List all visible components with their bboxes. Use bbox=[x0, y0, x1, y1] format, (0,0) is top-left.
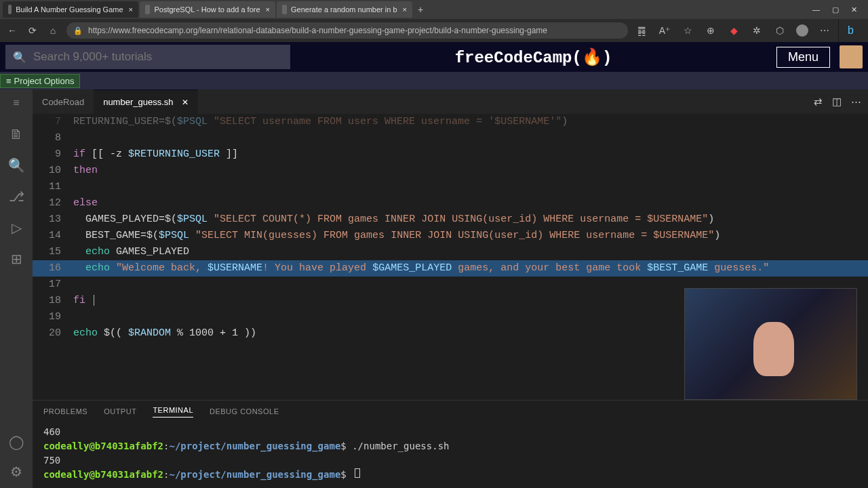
refresh-icon[interactable]: ⟳ bbox=[26, 24, 39, 37]
tab-title: PostgreSQL - How to add a fore bbox=[154, 5, 260, 14]
url-text: https://www.freecodecamp.org/learn/relat… bbox=[88, 26, 547, 35]
favicon-icon bbox=[282, 5, 287, 14]
terminal[interactable]: 460 codeally@b74031afabf2:~/project/numb… bbox=[33, 422, 868, 488]
webcam-overlay bbox=[684, 288, 857, 400]
project-bar: ≡Project Options bbox=[0, 72, 868, 89]
user-avatar[interactable] bbox=[840, 45, 863, 68]
home-icon[interactable]: ⌂ bbox=[46, 24, 60, 37]
project-options-button[interactable]: ≡Project Options bbox=[0, 74, 80, 88]
project-options-label: Project Options bbox=[14, 76, 75, 86]
favicon-icon bbox=[145, 5, 150, 14]
tab-filename: number_guess.sh bbox=[103, 97, 173, 107]
more-actions-icon[interactable]: ⋯ bbox=[851, 96, 861, 108]
settings-gear-icon[interactable]: ⚙ bbox=[8, 464, 24, 480]
search-input[interactable] bbox=[33, 50, 283, 64]
more-icon[interactable]: ⋯ bbox=[818, 24, 831, 37]
tab-debug-console[interactable]: DEBUG CONSOLE bbox=[210, 407, 279, 415]
favorites-icon[interactable]: ☆ bbox=[681, 24, 694, 37]
search-icon[interactable]: 🔍 bbox=[8, 157, 24, 174]
window-close-icon[interactable]: ✕ bbox=[851, 5, 857, 14]
close-icon[interactable]: ✕ bbox=[182, 98, 189, 107]
accounts-icon[interactable]: ◯ bbox=[8, 434, 24, 450]
terminal-line: codeally@b74031afabf2:~/project/number_g… bbox=[43, 439, 857, 453]
tab-coderoad[interactable]: CodeRoad bbox=[33, 89, 94, 114]
browser-tab-0[interactable]: Build A Number Guessing Game× bbox=[3, 1, 138, 18]
extensions-icon[interactable]: ⊞ bbox=[8, 251, 24, 267]
terminal-line: codeally@b74031afabf2:~/project/number_g… bbox=[43, 468, 857, 482]
search-box[interactable]: 🔍 bbox=[5, 45, 290, 69]
vscode: ≡ 🗎 🔍 ⎇ ▷ ⊞ ◯ ⚙ CodeRoad number_guess.sh… bbox=[0, 89, 868, 488]
extension-icon[interactable]: ✲ bbox=[750, 24, 764, 37]
explorer-icon[interactable]: 🗎 bbox=[8, 126, 24, 142]
run-debug-icon[interactable]: ▷ bbox=[8, 220, 24, 236]
bing-sidebar-icon[interactable]: b bbox=[838, 19, 863, 42]
browser-tab-strip: Build A Number Guessing Game× PostgreSQL… bbox=[0, 0, 868, 19]
translate-icon[interactable]: ䷴ bbox=[635, 24, 648, 37]
browser-tab-2[interactable]: Generate a random number in b× bbox=[277, 1, 412, 18]
address-bar: ← ⟳ ⌂ 🔒https://www.freecodecamp.org/lear… bbox=[0, 19, 868, 42]
favicon-icon bbox=[8, 5, 12, 14]
collections-icon[interactable]: ⊕ bbox=[704, 24, 717, 37]
lock-icon: 🔒 bbox=[73, 26, 83, 35]
back-icon[interactable]: ← bbox=[5, 24, 19, 37]
tab-numberguess[interactable]: number_guess.sh✕ bbox=[94, 89, 197, 114]
tab-title: Build A Number Guessing Game bbox=[16, 5, 123, 14]
hamburger-icon: ≡ bbox=[6, 76, 12, 86]
main-area: CodeRoad number_guess.sh✕ ⇄ ◫ ⋯ 7RETURNI… bbox=[33, 89, 868, 488]
adblock-icon[interactable]: ◆ bbox=[727, 24, 741, 37]
editor-tabs: CodeRoad number_guess.sh✕ ⇄ ◫ ⋯ bbox=[33, 89, 868, 114]
compare-icon[interactable]: ⇄ bbox=[814, 96, 823, 108]
terminal-cursor bbox=[355, 468, 360, 478]
fcc-header: 🔍 freeCodeCamp(🔥) Menu bbox=[0, 42, 868, 72]
menu-icon[interactable]: ≡ bbox=[8, 95, 24, 111]
close-icon[interactable]: × bbox=[403, 5, 407, 14]
menu-button[interactable]: Menu bbox=[776, 47, 830, 68]
search-icon: 🔍 bbox=[13, 51, 26, 64]
tab-terminal[interactable]: TERMINAL bbox=[153, 406, 193, 418]
profile-icon[interactable] bbox=[796, 24, 808, 37]
terminal-line: 750 bbox=[43, 453, 857, 468]
bottom-panel: PROBLEMS OUTPUT TERMINAL DEBUG CONSOLE 4… bbox=[33, 400, 868, 488]
split-editor-icon[interactable]: ◫ bbox=[832, 96, 842, 108]
minimize-icon[interactable]: — bbox=[812, 5, 820, 14]
browser-tab-1[interactable]: PostgreSQL - How to add a fore× bbox=[140, 1, 275, 18]
close-icon[interactable]: × bbox=[129, 5, 133, 14]
terminal-line: 460 bbox=[43, 425, 857, 439]
code-editor[interactable]: 7RETURNING_USER=$($PSQL "SELECT username… bbox=[33, 114, 868, 400]
close-icon[interactable]: × bbox=[266, 5, 270, 14]
url-input[interactable]: 🔒https://www.freecodecamp.org/learn/rela… bbox=[66, 22, 628, 39]
new-tab-button[interactable]: + bbox=[414, 3, 427, 16]
panel-tabs: PROBLEMS OUTPUT TERMINAL DEBUG CONSOLE bbox=[33, 401, 868, 422]
read-aloud-icon[interactable]: A⁺ bbox=[658, 24, 671, 37]
tab-problems[interactable]: PROBLEMS bbox=[43, 407, 87, 415]
tab-title: Generate a random number in b bbox=[291, 5, 397, 14]
extension2-icon[interactable]: ⬡ bbox=[773, 24, 787, 37]
fcc-logo[interactable]: freeCodeCamp(🔥) bbox=[296, 47, 771, 67]
tab-output[interactable]: OUTPUT bbox=[104, 407, 136, 415]
source-control-icon[interactable]: ⎇ bbox=[8, 188, 24, 205]
maximize-icon[interactable]: ▢ bbox=[832, 5, 839, 14]
activity-bar: ≡ 🗎 🔍 ⎇ ▷ ⊞ ◯ ⚙ bbox=[0, 89, 33, 488]
